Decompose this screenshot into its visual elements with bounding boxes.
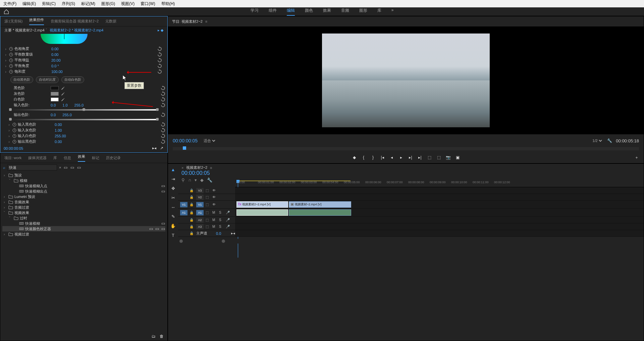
reset-icon[interactable] bbox=[161, 128, 165, 133]
workspace-assembly[interactable]: 组件 bbox=[269, 8, 277, 16]
expand-icon[interactable]: › bbox=[4, 58, 8, 62]
workspace-editing[interactable]: 编辑 bbox=[287, 8, 295, 16]
reset-icon[interactable] bbox=[161, 122, 165, 127]
lock-icon[interactable]: 🔒 bbox=[190, 203, 194, 206]
timeline-timecode[interactable]: 00:00:00:05 bbox=[181, 170, 640, 176]
clip-audio[interactable] bbox=[236, 209, 288, 216]
solo-button[interactable]: S bbox=[219, 218, 224, 222]
stopwatch-icon[interactable] bbox=[9, 58, 13, 62]
source-patch[interactable]: A1 bbox=[180, 210, 187, 215]
goto-in-icon[interactable]: |◂ bbox=[380, 155, 385, 160]
tab-history[interactable]: 历史记录 bbox=[106, 155, 121, 160]
voice-icon[interactable]: 🎤 bbox=[226, 218, 230, 222]
track-body[interactable]: fx视频素材2~2.mp4 [V] ▣ 视频素材~2.mp4 [V] bbox=[235, 201, 644, 208]
snap-icon[interactable]: ⚲ bbox=[181, 178, 185, 183]
color-swatch[interactable] bbox=[51, 92, 59, 96]
menu-edit[interactable]: 编辑(E) bbox=[22, 1, 36, 7]
scrub-marker[interactable] bbox=[183, 146, 186, 150]
tree-item[interactable]: ˇ 过时 bbox=[2, 215, 165, 221]
caret-icon[interactable]: › bbox=[4, 205, 7, 209]
mute-button[interactable]: M bbox=[212, 211, 217, 214]
eyedropper-icon[interactable] bbox=[61, 86, 65, 90]
expand-icon[interactable]: › bbox=[4, 53, 8, 57]
clip-video[interactable]: fx视频素材2~2.mp4 [V] bbox=[236, 201, 288, 208]
caret-icon[interactable]: › bbox=[4, 195, 7, 199]
reset-icon[interactable] bbox=[161, 91, 165, 96]
tree-item[interactable]: 快速模糊出点 ▭ bbox=[2, 189, 165, 194]
breadcrumb-seq[interactable]: 视频素材2~2 * 视频素材2~2.mp4 bbox=[50, 28, 103, 33]
slip-tool-icon[interactable]: ↔ bbox=[170, 204, 176, 210]
param-value[interactable]: 0.00 bbox=[55, 123, 75, 127]
timeline-ruler[interactable]: :00:0000:00:01:0000:00:02:0000:00:03:000… bbox=[235, 181, 644, 187]
home-icon[interactable] bbox=[3, 9, 9, 15]
tree-item[interactable]: 快速颜色校正器 ▭▭▭ bbox=[2, 226, 165, 231]
ripple-tool-icon[interactable]: ✥ bbox=[170, 185, 176, 191]
target-track[interactable]: V3 bbox=[196, 188, 204, 193]
source-timecode[interactable]: 00:00:00:05 bbox=[0, 144, 167, 152]
selection-tool-icon[interactable]: ▲ bbox=[170, 166, 176, 173]
trash-icon[interactable]: 🗑 bbox=[159, 334, 164, 339]
program-scrub-bar[interactable] bbox=[173, 147, 639, 150]
eye-icon[interactable]: 👁 bbox=[212, 195, 217, 199]
input-levels-high[interactable]: 255.0 bbox=[74, 103, 84, 107]
auto-white-button[interactable]: 自动白色阶 bbox=[61, 76, 84, 83]
expand-icon[interactable]: › bbox=[4, 70, 8, 74]
sync-lock-icon[interactable]: ⬚ bbox=[206, 203, 210, 206]
stopwatch-icon[interactable] bbox=[9, 70, 13, 74]
workspace-learn[interactable]: 学习 bbox=[251, 8, 259, 16]
reset-icon[interactable] bbox=[157, 47, 162, 51]
expand-icon[interactable]: › bbox=[4, 64, 8, 68]
workspace-graphics[interactable]: 图形 bbox=[359, 8, 367, 16]
expand-icon[interactable]: › bbox=[4, 47, 8, 51]
voice-icon[interactable]: 🎤 bbox=[226, 225, 230, 228]
track-select-tool-icon[interactable]: ⇥ bbox=[170, 176, 176, 182]
clear-search-icon[interactable]: × bbox=[59, 165, 61, 169]
workspace-audio[interactable]: 音频 bbox=[341, 8, 349, 16]
new-bin-icon[interactable]: 🗂 bbox=[151, 334, 156, 339]
razor-tool-icon[interactable]: ✂ bbox=[170, 195, 176, 201]
reset-icon[interactable] bbox=[161, 113, 165, 117]
hand-tool-icon[interactable]: ✋ bbox=[170, 223, 176, 229]
lock-icon[interactable]: 🔒 bbox=[190, 231, 194, 235]
eyedropper-icon[interactable] bbox=[61, 92, 65, 96]
reset-icon[interactable] bbox=[157, 58, 162, 63]
solo-button[interactable]: S bbox=[219, 225, 224, 228]
pen-tool-icon[interactable]: ✎ bbox=[170, 213, 176, 219]
extract-icon[interactable]: ⬚ bbox=[436, 155, 441, 160]
track-body[interactable] bbox=[235, 217, 644, 223]
param-value[interactable]: 0.00 bbox=[51, 47, 71, 51]
expand-icon[interactable]: › bbox=[7, 134, 11, 138]
menu-clip[interactable]: 剪辑(C) bbox=[42, 1, 56, 7]
menu-graphics[interactable]: 图形(G) bbox=[101, 1, 115, 7]
menu-view[interactable]: 视图(V) bbox=[121, 1, 135, 7]
color-wheel[interactable] bbox=[41, 34, 88, 44]
settings-icon[interactable]: 🔧 bbox=[607, 138, 612, 143]
tree-item[interactable]: › 音频过渡 bbox=[2, 205, 165, 210]
compare-icon[interactable]: ▣ bbox=[455, 155, 460, 160]
tab-media-browser[interactable]: 媒体浏览器 bbox=[28, 155, 47, 160]
param-value[interactable]: 1.00 bbox=[55, 128, 75, 132]
link-icon[interactable]: ∩ bbox=[188, 178, 191, 183]
caret-icon[interactable]: ˇ bbox=[9, 179, 12, 183]
param-value[interactable]: 255.00 bbox=[55, 134, 75, 138]
tree-item[interactable]: › 预设 bbox=[2, 173, 165, 178]
eye-icon[interactable]: 👁 bbox=[212, 189, 217, 192]
type-tool-icon[interactable]: T bbox=[170, 232, 176, 238]
tab-project[interactable]: 项目: work bbox=[4, 155, 21, 160]
menu-help[interactable]: 帮助(H) bbox=[161, 1, 175, 7]
filter-badge-2-icon[interactable]: ▭ bbox=[70, 165, 74, 170]
source-patch[interactable]: V1 bbox=[180, 202, 187, 207]
target-track[interactable]: A1 bbox=[196, 210, 204, 215]
track-body[interactable] bbox=[235, 187, 644, 194]
step-back-icon[interactable]: ◂ bbox=[389, 155, 394, 160]
stopwatch-icon[interactable] bbox=[12, 123, 16, 127]
caret-icon[interactable]: ˇ bbox=[9, 216, 12, 220]
filter-badge-1-icon[interactable]: ▭ bbox=[63, 165, 68, 170]
expand-icon[interactable]: › bbox=[7, 140, 11, 144]
button-editor-icon[interactable]: ＋ bbox=[634, 155, 639, 160]
wrench-icon[interactable]: 🔧 bbox=[207, 178, 212, 183]
color-swatch[interactable] bbox=[51, 97, 59, 101]
reset-icon[interactable] bbox=[157, 69, 162, 74]
workspace-color[interactable]: 颜色 bbox=[305, 8, 313, 16]
collapse-icon[interactable]: ▸◂ bbox=[231, 231, 235, 235]
